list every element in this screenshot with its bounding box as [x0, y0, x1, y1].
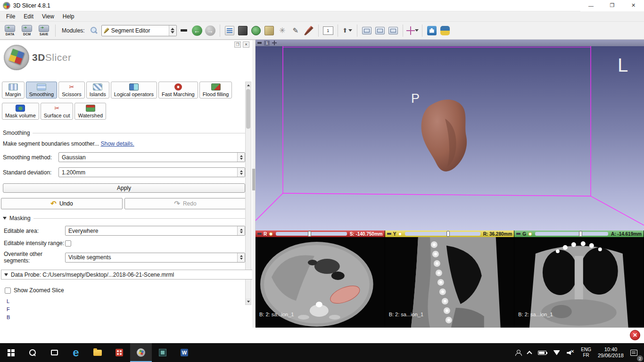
visibility-icon[interactable]: [398, 232, 402, 236]
task-view-button[interactable]: [43, 343, 65, 362]
crosshair-button[interactable]: [406, 25, 419, 37]
data-probe-header[interactable]: Data Probe: C:/Users/msepty/Desktop/...2…: [1, 270, 253, 280]
effect-margin-button[interactable]: Margin: [2, 82, 25, 99]
green-slice-slider[interactable]: [535, 232, 608, 236]
effect-logical-operators-button[interactable]: Logical operators: [111, 82, 157, 99]
effect-scissors-button[interactable]: ✂ Scissors: [58, 82, 85, 99]
effect-watershed-button[interactable]: Watershed: [74, 103, 106, 120]
segment-editor-module-button[interactable]: [303, 25, 315, 37]
annotations-module-button[interactable]: ✳: [276, 25, 289, 37]
green-slice-view: G A: -14.619mm: [514, 230, 644, 328]
red-slice-controller[interactable]: R S: -140.750mm: [256, 230, 385, 237]
volumes-module-button[interactable]: [237, 25, 249, 37]
layout-selector-button[interactable]: 1: [322, 25, 334, 37]
combo-arrows[interactable]: [237, 253, 245, 262]
scene-restore-button[interactable]: [387, 25, 399, 37]
red-slice-slider[interactable]: [276, 232, 347, 236]
green-slice-controller[interactable]: G A: -14.619mm: [514, 230, 644, 237]
dark-app-taskbar-button[interactable]: [152, 343, 173, 362]
load-dicom-button[interactable]: DCM: [19, 23, 35, 38]
menu-help[interactable]: Help: [58, 12, 79, 21]
language-selector[interactable]: ENG FR: [578, 343, 594, 362]
red-app-taskbar-button[interactable]: [108, 343, 130, 362]
masking-header[interactable]: Masking: [3, 215, 245, 222]
effect-fast-marching-button[interactable]: Fast Marching: [158, 82, 198, 99]
threed-view[interactable]: P L: [256, 46, 644, 230]
people-button[interactable]: [512, 343, 524, 362]
menu-view[interactable]: View: [38, 12, 58, 21]
panel-outer-scrollbar[interactable]: [252, 40, 255, 328]
file-explorer-taskbar-button[interactable]: [87, 343, 108, 362]
network-status[interactable]: [550, 343, 563, 362]
extensions-manager-button[interactable]: [426, 25, 438, 37]
editor-module-button[interactable]: ✎: [289, 25, 302, 37]
taskbar-search-button[interactable]: [22, 343, 43, 362]
sagittal-ct-image[interactable]: B: 2: sa...ion_1: [385, 237, 514, 328]
effect-smoothing-button[interactable]: Smoothing: [26, 82, 58, 99]
word-taskbar-button[interactable]: W: [173, 343, 195, 362]
screenshot-button[interactable]: [361, 25, 373, 37]
undo-button[interactable]: ↶ Undo: [1, 198, 123, 209]
panel-close-button[interactable]: ✕: [243, 41, 249, 48]
module-search-button[interactable]: [88, 25, 100, 37]
stddev-spinbox[interactable]: 1.200mm: [58, 167, 245, 177]
yellow-slice-slider[interactable]: [405, 232, 480, 236]
redo-button[interactable]: ↷ Redo: [124, 198, 246, 209]
slider-thumb[interactable]: [446, 231, 450, 237]
models-module-button[interactable]: [250, 25, 262, 37]
editable-area-combobox[interactable]: Everywhere: [65, 226, 245, 236]
visibility-icon[interactable]: [269, 232, 273, 236]
taskbar-clock[interactable]: 10:40 29/06/2018: [594, 343, 627, 362]
effect-islands-button[interactable]: Islands: [86, 82, 109, 99]
transforms-module-button[interactable]: [263, 25, 275, 37]
axial-ct-image[interactable]: B: 2: sa...ion_1: [256, 237, 385, 328]
data-module-button[interactable]: [223, 25, 236, 37]
spinbox-arrows[interactable]: [237, 168, 245, 177]
back-button[interactable]: ←: [191, 25, 203, 37]
effect-mask-volume-button[interactable]: Mask volume: [2, 103, 39, 120]
mouse-mode-button[interactable]: ⬆: [341, 25, 354, 37]
battery-status[interactable]: [535, 343, 550, 362]
intensity-range-checkbox[interactable]: [65, 240, 71, 247]
coronal-ct-image[interactable]: B: 2: sa...ion_1: [514, 237, 644, 328]
close-notification-button[interactable]: ✕: [630, 330, 640, 340]
effect-flood-filling-button[interactable]: Flood filling: [199, 82, 232, 99]
show-zoomed-slice-checkbox[interactable]: [5, 288, 11, 294]
slider-thumb[interactable]: [308, 231, 311, 237]
menu-edit[interactable]: Edit: [19, 12, 38, 21]
scroll-down-button[interactable]: [246, 298, 251, 304]
volume-status[interactable]: ✕: [563, 343, 578, 362]
combo-arrows[interactable]: [237, 226, 245, 235]
view3d-controller-bar[interactable]: 1: [256, 40, 644, 46]
minimize-button[interactable]: —: [580, 0, 602, 11]
start-button[interactable]: [0, 343, 22, 362]
forward-button[interactable]: →: [204, 25, 216, 37]
load-data-button[interactable]: DATA: [2, 23, 18, 38]
slider-thumb[interactable]: [579, 231, 582, 237]
edge-taskbar-button[interactable]: e: [65, 343, 87, 362]
outer-scrollbar-thumb[interactable]: [252, 169, 255, 190]
menu-file[interactable]: File: [2, 12, 19, 21]
overwrite-combobox[interactable]: Visible segments: [65, 253, 245, 263]
module-history-button[interactable]: [178, 25, 190, 37]
module-selector-combobox[interactable]: Segment Editor: [101, 25, 177, 36]
action-center-button[interactable]: 2: [627, 343, 644, 362]
save-button[interactable]: SAVE: [36, 23, 52, 38]
combo-arrows[interactable]: [237, 153, 245, 162]
show-details-link[interactable]: Show details.: [100, 140, 134, 147]
visibility-icon[interactable]: [528, 232, 532, 236]
apply-button[interactable]: Apply: [3, 183, 245, 193]
smoothing-method-combobox[interactable]: Gaussian: [58, 152, 245, 162]
maximize-button[interactable]: ❐: [602, 0, 623, 11]
close-button[interactable]: ✕: [623, 0, 644, 11]
slicer-taskbar-button[interactable]: [130, 343, 152, 362]
yellow-slice-controller[interactable]: Y R: 36.280mm: [385, 230, 514, 237]
module-combo-arrows[interactable]: [169, 25, 176, 36]
python-console-button[interactable]: [439, 25, 451, 37]
show-hidden-icons-button[interactable]: [524, 343, 535, 362]
scroll-up-button[interactable]: [246, 82, 251, 88]
effect-surface-cut-button[interactable]: ✂ Surface cut: [41, 103, 74, 120]
scrollbar-thumb[interactable]: [246, 89, 250, 129]
scene-view-button[interactable]: [374, 25, 386, 37]
panel-float-button[interactable]: ❐: [234, 41, 241, 48]
